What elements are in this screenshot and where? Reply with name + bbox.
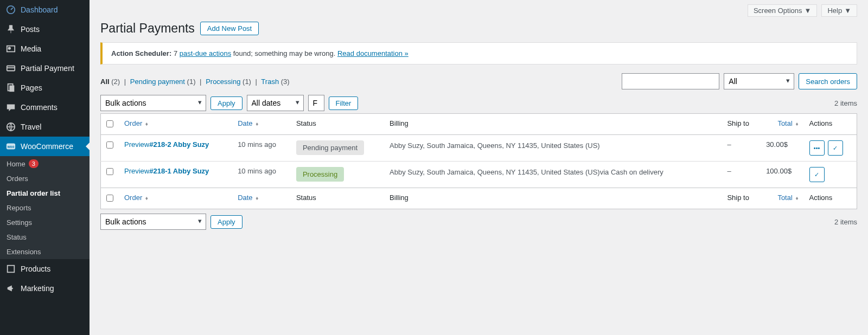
date-cell: 10 mins ago: [232, 162, 291, 188]
order-link[interactable]: #218-2 Abby Suzy: [149, 140, 209, 149]
search-input[interactable]: [622, 73, 719, 89]
shipto-cell: –: [722, 135, 761, 162]
help-button[interactable]: Help ▼: [821, 4, 857, 17]
woocommerce-submenu: Home 3 Orders Partial order list Reports…: [0, 156, 90, 259]
filter-separator: |: [124, 78, 126, 86]
sidebar-item-posts[interactable]: Posts: [0, 20, 90, 39]
row-checkbox[interactable]: [106, 141, 113, 149]
shipto-column-footer: Ship to: [722, 188, 761, 209]
date-column-footer[interactable]: Date ♦: [232, 188, 291, 209]
filter-all-count: (2): [111, 78, 120, 86]
submenu-partial-order-list[interactable]: Partial order list: [0, 186, 90, 201]
add-new-post-button[interactable]: Add New Post: [200, 22, 259, 35]
table-row: Preview#218-1 Abby Suzy10 mins agoProces…: [101, 162, 857, 188]
sort-icon: ♦: [795, 121, 798, 127]
date-select[interactable]: All dates: [247, 95, 304, 111]
total-cell: 30.00$: [761, 135, 803, 162]
admin-sidebar: Dashboard Posts Media Partial Payment Pa…: [0, 0, 90, 335]
order-cell: Preview#218-1 Abby Suzy: [119, 162, 232, 188]
sidebar-item-media[interactable]: Media: [0, 39, 90, 59]
row-checkbox[interactable]: [106, 168, 113, 175]
sort-icon: ♦: [795, 195, 798, 201]
total-column-footer[interactable]: Total ♦: [761, 188, 803, 209]
submenu-extensions[interactable]: Extensions: [0, 244, 90, 259]
preview-link[interactable]: Preview: [124, 140, 149, 149]
select-all-header: [101, 114, 119, 135]
shipto-column-header: Ship to: [722, 114, 761, 135]
svg-point-2: [8, 47, 11, 49]
filter-separator: |: [256, 78, 257, 86]
search-orders-button[interactable]: Search orders: [799, 73, 857, 89]
submenu-settings[interactable]: Settings: [0, 215, 90, 230]
order-link[interactable]: #218-1 Abby Suzy: [149, 167, 209, 175]
past-due-link[interactable]: past-due actions: [180, 49, 231, 57]
sidebar-item-travel[interactable]: Travel: [0, 117, 90, 137]
category-select[interactable]: All: [724, 73, 794, 89]
marketing-icon: [5, 283, 16, 294]
sidebar-item-pages[interactable]: Pages: [0, 78, 90, 98]
actions-column-footer: Actions: [804, 188, 857, 209]
sidebar-item-dashboard[interactable]: Dashboard: [0, 0, 90, 20]
read-docs-link[interactable]: Read documentation »: [337, 49, 409, 57]
sidebar-item-woocommerce[interactable]: woo WooCommerce: [0, 137, 90, 156]
more-actions-button[interactable]: •••: [809, 140, 825, 156]
submenu-label: Status: [7, 233, 27, 241]
sidebar-item-label: Marketing: [21, 284, 54, 293]
svg-text:woo: woo: [7, 145, 15, 149]
complete-action-button[interactable]: ✓: [828, 140, 843, 156]
page-title: Partial Payments: [100, 21, 195, 36]
bottom-tablenav: Bulk actions Apply 2 items: [100, 214, 857, 230]
status-badge: Processing: [296, 167, 344, 182]
submenu-reports[interactable]: Reports: [0, 201, 90, 215]
submenu-status[interactable]: Status: [0, 230, 90, 244]
notice-mid: found; something may be wrong.: [231, 49, 337, 57]
preview-link[interactable]: Preview: [124, 167, 149, 175]
screen-options-button[interactable]: Screen Options ▼: [748, 4, 817, 17]
sidebar-item-marketing[interactable]: Marketing: [0, 279, 90, 298]
apply-button[interactable]: Apply: [210, 96, 242, 110]
date-column-header[interactable]: Date ♦: [232, 114, 291, 135]
products-icon: [5, 263, 16, 274]
order-cell: Preview#218-2 Abby Suzy: [119, 135, 232, 162]
submenu-orders[interactable]: Orders: [0, 171, 90, 186]
submenu-label: Partial order list: [7, 189, 60, 197]
filter-trash[interactable]: Trash: [261, 78, 279, 86]
submenu-label: Extensions: [7, 248, 41, 256]
filter-processing[interactable]: Processing: [206, 78, 240, 86]
filter-pending-count: (1): [187, 78, 196, 86]
scheduler-notice: Action Scheduler: 7 past-due actions fou…: [100, 42, 857, 65]
submenu-home[interactable]: Home 3: [0, 156, 90, 171]
filter-trash-count: (3): [281, 78, 290, 86]
column-label: Order: [124, 119, 142, 127]
select-all-checkbox[interactable]: [106, 120, 113, 127]
search-controls: All Search orders: [622, 73, 857, 89]
submenu-label: Home: [7, 160, 25, 168]
shipto-cell: –: [722, 162, 761, 188]
sidebar-item-products[interactable]: Products: [0, 259, 90, 279]
page-header: Partial Payments Add New Post: [100, 21, 857, 36]
date-cell: 10 mins ago: [232, 135, 291, 162]
payment-icon: [5, 63, 16, 74]
status-filter-links: All (2) | Pending payment (1) | Processi…: [100, 78, 290, 86]
sidebar-item-partial-payment[interactable]: Partial Payment: [0, 59, 90, 78]
select-all-checkbox[interactable]: [106, 195, 113, 202]
billing-cell: Abby Suzy, South Jamaica, Queens, NY 114…: [384, 135, 722, 162]
filter-all[interactable]: All: [100, 78, 110, 86]
sort-icon: ♦: [145, 121, 148, 127]
apply-button-bottom[interactable]: Apply: [210, 215, 242, 229]
order-column-footer[interactable]: Order ♦: [119, 188, 232, 209]
total-column-header[interactable]: Total ♦: [761, 114, 803, 135]
bulk-actions-select-bottom[interactable]: Bulk actions: [100, 214, 206, 230]
customer-filter[interactable]: [308, 95, 324, 111]
submenu-label: Reports: [7, 204, 31, 212]
order-column-header[interactable]: Order ♦: [119, 114, 232, 135]
pin-icon: [5, 24, 16, 35]
column-label: Date: [238, 119, 252, 127]
sort-icon: ♦: [256, 121, 258, 127]
complete-action-button[interactable]: ✓: [809, 167, 825, 182]
column-label: Date: [238, 194, 252, 202]
bulk-actions-select[interactable]: Bulk actions: [100, 95, 206, 111]
sidebar-item-comments[interactable]: Comments: [0, 98, 90, 117]
filter-button[interactable]: Filter: [329, 96, 359, 110]
filter-pending[interactable]: Pending payment: [130, 78, 185, 86]
